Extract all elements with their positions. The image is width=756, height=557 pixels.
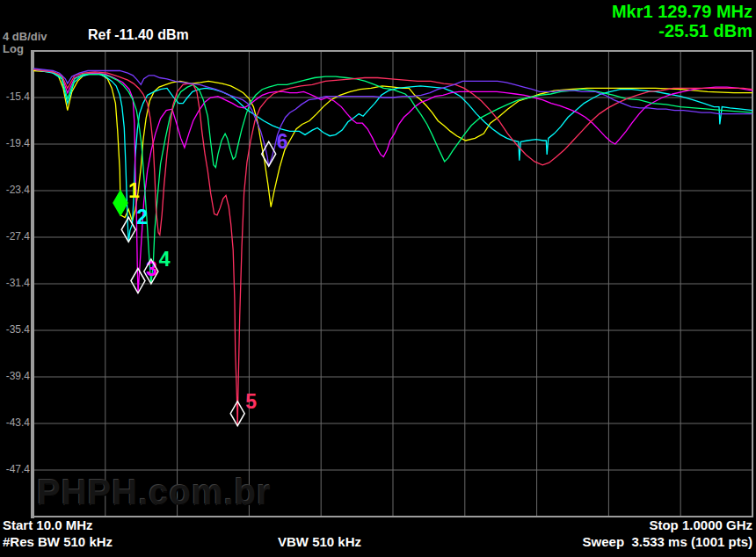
marker-readout-amplitude: -25.51 dBm xyxy=(658,21,752,40)
res-bw-label: #Res BW 510 kHz xyxy=(3,534,113,549)
sweep-time-label: Sweep 3.533 ms (1001 pts) xyxy=(583,534,752,549)
marker-4-label: 4 xyxy=(159,248,171,271)
y-axis-label: -35.4 xyxy=(0,323,30,336)
reference-level-label: Ref -11.40 dBm xyxy=(88,27,189,43)
stop-frequency-label: Stop 1.0000 GHz xyxy=(649,517,752,532)
marker-readout: Mkr1 129.79 MHz-25.51 dBm xyxy=(612,2,752,40)
y-axis-label: -31.4 xyxy=(0,277,30,289)
marker-1-diamond xyxy=(113,191,127,215)
vbw-label: VBW 510 kHz xyxy=(278,534,361,549)
watermark: PHPH.com.br xyxy=(37,473,272,512)
y-axis-label: -39.4 xyxy=(0,370,30,382)
start-frequency-label: Start 10.0 MHz xyxy=(3,517,93,532)
marker-1-label: 1 xyxy=(128,179,140,202)
y-axis-label: -27.4 xyxy=(0,230,30,242)
log-scale-label: Log xyxy=(3,42,24,55)
y-axis-label: -15.4 xyxy=(0,90,30,103)
y-axis-label: -43.4 xyxy=(0,416,30,429)
marker-readout-frequency: Mkr1 129.79 MHz xyxy=(612,2,752,21)
marker-2-label: 2 xyxy=(136,206,148,228)
y-axis-label: -19.4 xyxy=(0,137,30,149)
y-axis-label: -47.4 xyxy=(0,463,30,475)
grid-lines xyxy=(33,51,752,517)
scale-per-div-label: 4 dB/div xyxy=(3,30,47,43)
marker-5-label: 5 xyxy=(245,390,257,413)
spectrum-analyzer-screen: 123456 Mkr1 129.79 MHz-25.51 dBm 4 dB/di… xyxy=(0,0,756,557)
marker-6-label: 6 xyxy=(277,130,288,153)
y-axis-label: -23.4 xyxy=(0,184,30,196)
